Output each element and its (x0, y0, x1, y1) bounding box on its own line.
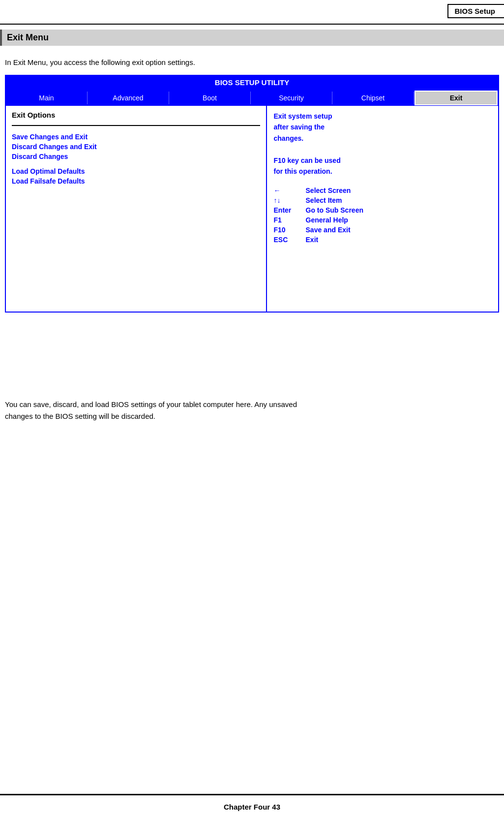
bios-content: Exit Options Save Changes and Exit Disca… (5, 106, 499, 313)
key-action-select-item: Select Item (306, 196, 491, 204)
nav-chipset[interactable]: Chipset (332, 92, 414, 104)
left-panel-title: Exit Options (12, 111, 260, 119)
nav-boot[interactable]: Boot (169, 92, 251, 104)
key-row-save-exit: F10 Save and Exit (274, 226, 491, 234)
bios-table: BIOS SETUP UTILITY (5, 75, 499, 90)
bottom-divider (0, 794, 504, 795)
option-discard-changes-exit[interactable]: Discard Changes and Exit (12, 143, 260, 151)
right-panel: Exit system setup after saving the chang… (267, 106, 498, 312)
bios-nav-row: Main Advanced Boot Security Chipset Exit (5, 90, 499, 106)
key-f1: F1 (274, 216, 306, 224)
key-action-general-help: General Help (306, 216, 491, 224)
key-action-save-exit: Save and Exit (306, 226, 491, 234)
key-table: ← Select Screen ↑↓ Select Item Enter Go … (274, 187, 491, 244)
left-panel: Exit Options Save Changes and Exit Disca… (6, 106, 267, 312)
key-f10: F10 (274, 226, 306, 234)
key-row-sub-screen: Enter Go to Sub Screen (274, 206, 491, 214)
key-action-sub-screen: Go to Sub Screen (306, 206, 491, 214)
bios-utility-wrapper: BIOS SETUP UTILITY Main Advanced Boot Se… (5, 75, 499, 313)
key-row-select-screen: ← Select Screen (274, 187, 491, 194)
key-esc: ESC (274, 236, 306, 244)
key-row-general-help: F1 General Help (274, 216, 491, 224)
option-discard-changes[interactable]: Discard Changes (12, 153, 260, 160)
exit-menu-heading: Exit Menu (0, 30, 504, 46)
chapter-footer: Chapter Four 43 (0, 803, 504, 811)
left-panel-divider (12, 125, 260, 126)
key-action-esc-exit: Exit (306, 236, 491, 244)
option-load-optimal-defaults[interactable]: Load Optimal Defaults (12, 167, 260, 175)
option-load-failsafe-defaults[interactable]: Load Failsafe Defaults (12, 177, 260, 185)
intro-text: In Exit Menu, you access the following e… (5, 58, 195, 66)
key-arrow-left: ← (274, 187, 306, 194)
key-action-select-screen: Select Screen (306, 187, 491, 194)
option-spacer (12, 162, 260, 167)
key-row-esc-exit: ESC Exit (274, 236, 491, 244)
key-enter: Enter (274, 206, 306, 214)
key-row-select-item: ↑↓ Select Item (274, 196, 491, 204)
option-save-changes-exit[interactable]: Save Changes and Exit (12, 133, 260, 141)
nav-exit[interactable]: Exit (415, 91, 498, 105)
bios-setup-label: BIOS Setup (447, 4, 504, 18)
body-text: You can save, discard, and load BIOS set… (5, 399, 499, 422)
nav-security[interactable]: Security (251, 92, 332, 104)
right-panel-description: Exit system setup after saving the chang… (274, 111, 491, 177)
nav-advanced[interactable]: Advanced (88, 92, 169, 104)
bios-table-title: BIOS SETUP UTILITY (5, 75, 499, 90)
nav-main[interactable]: Main (6, 92, 88, 104)
key-up-down: ↑↓ (274, 196, 306, 204)
top-divider (0, 24, 504, 25)
